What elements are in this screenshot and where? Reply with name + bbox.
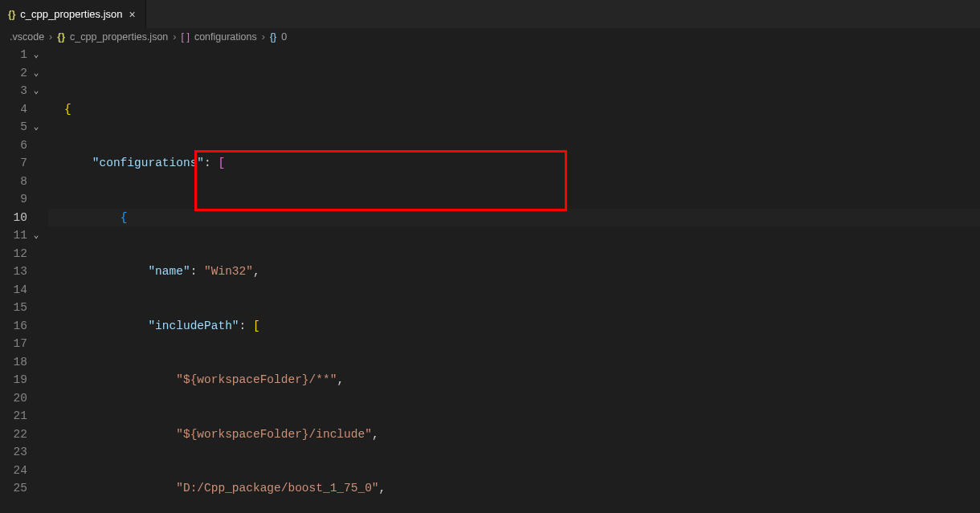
current-line-highlight — [48, 209, 980, 227]
line-number: 15 — [0, 299, 27, 317]
fold-icon[interactable]: ⌄ — [31, 64, 42, 83]
object-icon: {} — [270, 31, 276, 43]
code-editor[interactable]: 1⌄ 2⌄ 3⌄ 4 5⌄ 6 7 8 9 10 11⌄ 12 13 14 15… — [0, 46, 980, 513]
line-number: 11⌄ — [0, 226, 27, 245]
line-number: 1⌄ — [0, 46, 27, 64]
line-number: 20 — [0, 389, 27, 408]
code-line[interactable]: "D:/Cpp_package/boost_1_75_0", — [64, 479, 980, 498]
breadcrumb-file[interactable]: c_cpp_properties.json — [70, 31, 168, 43]
line-number: 24 — [0, 462, 27, 480]
code-line[interactable]: "configurations": [ — [64, 154, 980, 173]
line-number: 4 — [0, 100, 27, 119]
code-line[interactable]: { — [64, 100, 980, 119]
line-number: 2⌄ — [0, 64, 27, 83]
fold-icon[interactable]: ⌄ — [31, 226, 42, 245]
close-icon[interactable]: × — [128, 8, 137, 21]
json-icon: {} — [8, 9, 15, 20]
line-number: 3⌄ — [0, 82, 27, 100]
line-number: 7 — [0, 154, 27, 173]
line-number: 21 — [0, 407, 27, 425]
chevron-right-icon: › — [173, 31, 176, 43]
code-area[interactable]: { "configurations": [ { "name": "Win32",… — [48, 46, 980, 513]
tab-bar: {} c_cpp_properties.json × — [0, 0, 980, 28]
fold-icon[interactable]: ⌄ — [31, 82, 42, 100]
tab-label: c_cpp_properties.json — [20, 8, 122, 20]
line-number: 23 — [0, 443, 27, 462]
line-number: 12 — [0, 245, 27, 263]
breadcrumb-key-configurations[interactable]: configurations — [194, 31, 257, 43]
line-number: 25 — [0, 479, 27, 498]
breadcrumb-folder[interactable]: .vscode — [10, 31, 44, 43]
line-number: 17 — [0, 335, 27, 353]
line-number: 22 — [0, 425, 27, 444]
line-number: 5⌄ — [0, 118, 27, 136]
line-number: 6 — [0, 136, 27, 155]
line-number: 19 — [0, 371, 27, 389]
line-number: 9 — [0, 190, 27, 209]
fold-icon[interactable]: ⌄ — [31, 46, 42, 64]
line-number: 14 — [0, 281, 27, 299]
line-number: 8 — [0, 173, 27, 191]
code-line[interactable]: "${workspaceFolder}/**", — [64, 371, 980, 389]
code-line[interactable]: "${workspaceFolder}/include", — [64, 425, 980, 444]
line-number: 16 — [0, 317, 27, 336]
breadcrumb[interactable]: .vscode › {} c_cpp_properties.json › [ ]… — [0, 28, 980, 46]
tab-c-cpp-properties[interactable]: {} c_cpp_properties.json × — [0, 0, 146, 28]
code-line[interactable]: "includePath": [ — [64, 317, 980, 336]
line-number-gutter: 1⌄ 2⌄ 3⌄ 4 5⌄ 6 7 8 9 10 11⌄ 12 13 14 15… — [0, 46, 48, 513]
line-number: 10 — [0, 209, 27, 227]
json-icon: {} — [57, 31, 65, 43]
breadcrumb-index-0[interactable]: 0 — [281, 31, 287, 43]
array-icon: [ ] — [181, 31, 189, 43]
line-number: 13 — [0, 263, 27, 281]
chevron-right-icon: › — [262, 31, 265, 43]
fold-icon[interactable]: ⌄ — [31, 118, 42, 136]
chevron-right-icon: › — [49, 31, 52, 43]
code-line[interactable]: "name": "Win32", — [64, 263, 980, 281]
line-number: 18 — [0, 353, 27, 372]
